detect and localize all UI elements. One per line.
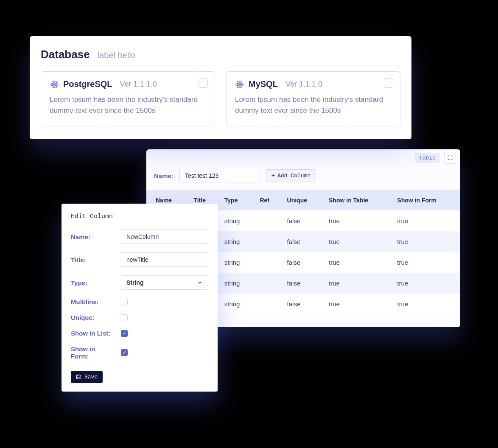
- database-cards: PostgreSQL Ver 1.1.1.0 Lorem Ipsum has b…: [41, 71, 400, 126]
- db-card-head: MySQL Ver 1.1.1.0: [235, 79, 392, 89]
- table-type-tag: Table: [415, 153, 440, 163]
- react-icon: [50, 80, 59, 89]
- edit-type-label: Type:: [71, 279, 115, 286]
- cell-unique: false: [282, 252, 324, 273]
- cell-unique: false: [282, 210, 324, 231]
- cell-type: string: [219, 294, 255, 314]
- edit-column-title: Edit Column: [71, 213, 208, 220]
- database-title-row: Database label hello: [41, 48, 400, 61]
- cell-show-table: true: [324, 231, 392, 252]
- edit-unique-checkbox[interactable]: [121, 314, 128, 321]
- cell-show-form: true: [392, 210, 460, 231]
- cell-unique: false: [282, 231, 324, 252]
- react-icon: [235, 80, 244, 89]
- chevron-down-icon: [197, 280, 203, 286]
- cell-ref: [255, 252, 282, 273]
- edit-row-show-form: Show in Form: ✓: [71, 345, 208, 360]
- db-card-checkbox[interactable]: [199, 78, 208, 88]
- edit-name-input[interactable]: [121, 230, 208, 244]
- edit-row-show-list: Show in List: ✓: [71, 330, 208, 337]
- svg-point-0: [53, 84, 55, 85]
- edit-row-type: Type: String: [71, 275, 208, 290]
- table-topbar: Table: [146, 149, 460, 164]
- save-button[interactable]: Save: [71, 371, 103, 383]
- db-card-description: Lorem Ipsum has been the industry's stan…: [50, 94, 206, 117]
- edit-show-form-label: Show in Form:: [71, 345, 115, 360]
- cell-show-table: true: [324, 210, 392, 231]
- database-title: Database: [41, 48, 90, 61]
- edit-unique-label: Unique:: [71, 314, 115, 321]
- edit-row-unique: Unique:: [71, 314, 208, 321]
- expand-button[interactable]: [444, 152, 456, 164]
- cell-unique: false: [282, 294, 324, 314]
- th-unique: Unique: [282, 190, 324, 210]
- table-name-label: Name:: [154, 172, 173, 179]
- cell-ref: [255, 210, 282, 231]
- edit-show-list-checkbox[interactable]: ✓: [121, 330, 128, 337]
- cell-type: string: [219, 252, 255, 273]
- add-column-button[interactable]: + Add Column: [266, 169, 316, 182]
- cell-ref: [255, 231, 282, 252]
- db-card-mysql[interactable]: MySQL Ver 1.1.1.0 Lorem Ipsum has been t…: [226, 71, 400, 126]
- save-button-label: Save: [84, 374, 98, 380]
- edit-title-input[interactable]: [121, 252, 208, 267]
- edit-column-panel: Edit Column Name: Title: Type: String Mu…: [62, 204, 218, 392]
- add-column-label: Add Column: [277, 173, 311, 179]
- cell-show-form: true: [392, 294, 460, 314]
- database-panel: Database label hello PostgreSQL Ver 1.1.…: [30, 36, 411, 139]
- edit-row-multiline: Multiline:: [71, 298, 208, 305]
- th-show-table: Show in Table: [324, 190, 392, 210]
- db-card-description: Lorem Ipsum has been the industry's stan…: [235, 94, 392, 117]
- db-card-checkbox[interactable]: [384, 78, 393, 88]
- cell-type: string: [219, 273, 255, 294]
- table-name-bar: Name: + Add Column: [146, 164, 460, 190]
- svg-point-4: [239, 84, 241, 85]
- db-card-version: Ver 1.1.1.0: [285, 80, 322, 89]
- edit-row-title: Title:: [71, 252, 208, 267]
- edit-type-select[interactable]: String: [121, 275, 208, 290]
- plus-icon: +: [271, 172, 275, 179]
- cell-show-form: true: [392, 252, 460, 273]
- cell-ref: [255, 273, 282, 294]
- db-card-name: PostgreSQL: [63, 79, 112, 89]
- save-icon: [76, 374, 81, 380]
- th-ref: Ref: [255, 190, 282, 210]
- edit-type-value: String: [126, 279, 143, 286]
- table-name-input[interactable]: [179, 169, 260, 182]
- cell-show-form: true: [392, 273, 460, 294]
- cell-type: string: [219, 210, 255, 231]
- cell-show-table: true: [324, 273, 392, 294]
- cell-show-form: true: [392, 231, 460, 252]
- cell-ref: [255, 294, 282, 314]
- th-type: Type: [219, 190, 255, 210]
- edit-name-label: Name:: [71, 233, 115, 241]
- cell-unique: false: [282, 273, 324, 294]
- edit-title-label: Title:: [71, 256, 115, 263]
- th-show-form: Show in Form: [392, 190, 460, 210]
- db-card-head: PostgreSQL Ver 1.1.1.0: [50, 79, 206, 89]
- cell-type: string: [219, 231, 255, 252]
- expand-icon: [447, 155, 453, 161]
- database-subtitle: label hello: [98, 50, 136, 60]
- db-card-version: Ver 1.1.1.0: [120, 80, 157, 89]
- edit-show-form-checkbox[interactable]: ✓: [121, 349, 128, 356]
- db-card-name: MySQL: [249, 79, 278, 89]
- cell-show-table: true: [324, 252, 392, 273]
- db-card-postgresql[interactable]: PostgreSQL Ver 1.1.1.0 Lorem Ipsum has b…: [41, 71, 215, 126]
- cell-show-table: true: [324, 294, 392, 314]
- edit-multiline-label: Multiline:: [71, 298, 115, 305]
- edit-multiline-checkbox[interactable]: [121, 299, 128, 305]
- edit-row-name: Name:: [71, 230, 208, 244]
- edit-show-list-label: Show in List:: [71, 330, 115, 337]
